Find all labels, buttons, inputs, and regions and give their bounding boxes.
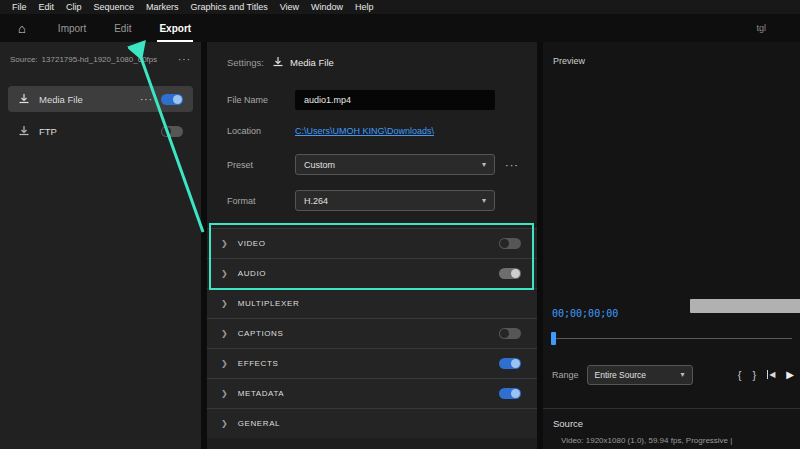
preset-value: Custom bbox=[304, 160, 335, 170]
preset-label: Preset bbox=[227, 160, 295, 170]
destinations-panel: Source: 13721795-hd_1920_1080_60fps ··· … bbox=[0, 42, 201, 449]
audio-toggle[interactable] bbox=[499, 268, 521, 279]
section-effects[interactable]: ❯ EFFECTS bbox=[207, 348, 537, 378]
menu-graphics-and-titles[interactable]: Graphics and Titles bbox=[185, 2, 274, 12]
tab-export-label: Export bbox=[159, 23, 191, 34]
menu-sequence[interactable]: Sequence bbox=[88, 2, 141, 12]
chevron-down-icon: ▾ bbox=[482, 196, 486, 205]
preview-panel: Preview 00;00;00;00 Range Entire Source … bbox=[543, 42, 800, 449]
format-label: Format bbox=[227, 196, 295, 206]
preset-row: Preset Custom ▾ ··· bbox=[227, 154, 523, 175]
preview-title: Preview bbox=[553, 56, 585, 66]
chevron-right-icon: ❯ bbox=[221, 299, 228, 308]
format-value: H.264 bbox=[304, 196, 328, 206]
tab-edit[interactable]: Edit bbox=[100, 14, 145, 42]
timecode: 00;00;00;00 bbox=[552, 308, 618, 319]
settings-label: Settings: bbox=[227, 57, 264, 68]
location-row: Location C:\Users\UMOH KING\Downloads\ bbox=[227, 126, 523, 136]
transport-controls: { } ◀ ▶ bbox=[738, 369, 794, 381]
chevron-right-icon: ❯ bbox=[221, 329, 228, 338]
location-link[interactable]: C:\Users\UMOH KING\Downloads\ bbox=[295, 126, 434, 136]
seek-bar[interactable] bbox=[552, 338, 792, 339]
menu-markers[interactable]: Markers bbox=[140, 2, 185, 12]
file-name-row: File Name bbox=[227, 90, 523, 110]
tab-import[interactable]: Import bbox=[44, 14, 100, 42]
section-metadata[interactable]: ❯ METADATA bbox=[207, 378, 537, 408]
play-icon[interactable]: ▶ bbox=[786, 369, 794, 380]
chevron-right-icon: ❯ bbox=[221, 419, 228, 428]
menu-bar: File Edit Clip Sequence Markers Graphics… bbox=[0, 0, 800, 14]
menu-window[interactable]: Window bbox=[305, 2, 349, 12]
tab-export[interactable]: Export bbox=[145, 14, 205, 42]
destination-media-file[interactable]: Media File ··· bbox=[8, 86, 193, 112]
range-label: Range bbox=[552, 370, 579, 380]
chevron-right-icon: ❯ bbox=[221, 359, 228, 368]
location-label: Location bbox=[227, 126, 295, 136]
metadata-toggle[interactable] bbox=[499, 388, 521, 399]
ftp-toggle[interactable] bbox=[161, 126, 183, 137]
media-file-icon bbox=[18, 93, 30, 105]
range-value: Entire Source bbox=[595, 370, 647, 380]
chevron-down-icon: ▾ bbox=[482, 160, 486, 169]
video-toggle[interactable] bbox=[499, 238, 521, 249]
settings-header: Settings: Media File bbox=[227, 56, 334, 68]
export-settings-panel: Settings: Media File File Name Location … bbox=[207, 42, 537, 449]
section-captions[interactable]: ❯ CAPTIONS bbox=[207, 318, 537, 348]
source-filename: 13721795-hd_1920_1080_60fps bbox=[42, 55, 158, 64]
media-file-icon bbox=[272, 56, 284, 68]
source-label: Source: bbox=[10, 55, 38, 64]
chevron-right-icon: ❯ bbox=[221, 389, 228, 398]
go-to-in-icon[interactable]: ◀ bbox=[767, 370, 775, 379]
settings-target: Media File bbox=[290, 57, 334, 68]
section-multiplexer[interactable]: ❯ MULTIPLEXER bbox=[207, 288, 537, 318]
range-dropdown[interactable]: Entire Source ▾ bbox=[587, 365, 693, 385]
file-name-input[interactable] bbox=[295, 90, 495, 110]
section-general[interactable]: ❯ GENERAL bbox=[207, 408, 537, 438]
captions-toggle[interactable] bbox=[499, 328, 521, 339]
playhead[interactable] bbox=[551, 332, 556, 345]
menu-clip[interactable]: Clip bbox=[60, 2, 88, 12]
source-menu-icon[interactable]: ··· bbox=[178, 54, 191, 65]
tab-import-label: Import bbox=[58, 23, 86, 34]
home-icon[interactable]: ⌂ bbox=[18, 21, 26, 36]
destination-label: FTP bbox=[39, 126, 57, 137]
nav-right-text: tgl bbox=[756, 14, 766, 42]
chevron-right-icon: ❯ bbox=[221, 239, 228, 248]
top-nav-bar: ⌂ Import Edit Export tgl bbox=[0, 14, 800, 42]
format-dropdown[interactable]: H.264 ▾ bbox=[295, 190, 495, 211]
ftp-icon bbox=[18, 125, 30, 137]
source-header: Source: 13721795-hd_1920_1080_60fps ··· bbox=[10, 54, 191, 65]
chevron-down-icon: ▾ bbox=[681, 370, 685, 379]
media-file-menu-icon[interactable]: ··· bbox=[140, 94, 153, 105]
source-video-info: Video: 1920x1080 (1.0), 59.94 fps, Progr… bbox=[561, 436, 798, 445]
tab-edit-label: Edit bbox=[114, 23, 131, 34]
overlay-artifact bbox=[690, 299, 800, 313]
destination-ftp[interactable]: FTP bbox=[8, 118, 193, 144]
file-name-label: File Name bbox=[227, 95, 295, 105]
divider bbox=[543, 408, 800, 409]
settings-sections: ❯ VIDEO ❯ AUDIO ❯ MULTIPLEXER ❯ CAPTIONS… bbox=[207, 228, 537, 438]
format-row: Format H.264 ▾ bbox=[227, 190, 523, 211]
source-section-title: Source bbox=[553, 418, 583, 429]
menu-edit[interactable]: Edit bbox=[33, 2, 61, 12]
chevron-right-icon: ❯ bbox=[221, 269, 228, 278]
mark-out-button[interactable]: } bbox=[752, 369, 756, 381]
range-row: Range Entire Source ▾ { } ◀ ▶ bbox=[552, 364, 794, 385]
menu-view[interactable]: View bbox=[274, 2, 305, 12]
section-audio[interactable]: ❯ AUDIO bbox=[207, 258, 537, 288]
menu-help[interactable]: Help bbox=[349, 2, 380, 12]
preset-dropdown[interactable]: Custom ▾ bbox=[295, 154, 495, 175]
destination-label: Media File bbox=[39, 94, 83, 105]
section-video[interactable]: ❯ VIDEO bbox=[207, 228, 537, 258]
menu-file[interactable]: File bbox=[6, 2, 33, 12]
mark-in-button[interactable]: { bbox=[738, 369, 742, 381]
media-file-toggle[interactable] bbox=[161, 94, 183, 105]
effects-toggle[interactable] bbox=[499, 358, 521, 369]
preset-menu-icon[interactable]: ··· bbox=[505, 159, 519, 171]
